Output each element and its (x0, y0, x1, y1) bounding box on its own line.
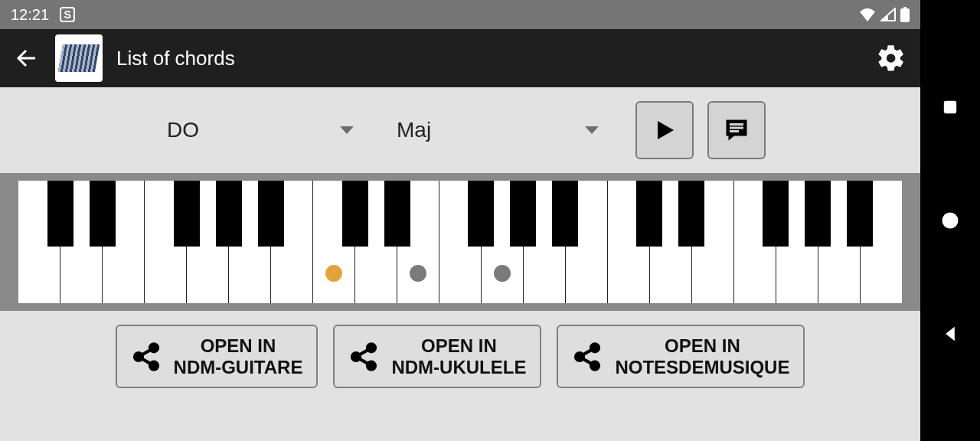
black-key[interactable] (847, 181, 873, 247)
play-button[interactable] (635, 101, 694, 159)
app-indicator-icon: S (60, 7, 75, 22)
svg-point-16 (576, 353, 583, 361)
gear-icon (876, 43, 906, 74)
arrow-left-icon (14, 44, 41, 72)
comment-icon (723, 116, 750, 144)
wifi-icon (859, 8, 876, 21)
svg-rect-0 (900, 8, 910, 22)
svg-line-14 (360, 358, 369, 364)
black-key[interactable] (174, 181, 200, 247)
share-line2: NDM-UKULELE (391, 357, 526, 378)
svg-point-6 (135, 353, 142, 361)
piano[interactable] (18, 181, 902, 303)
note-dropdown[interactable]: DO (153, 111, 368, 149)
page-title: List of chords (116, 47, 862, 70)
share-ndm-guitare-button[interactable]: OPEN INNDM-GUITARE (116, 325, 318, 388)
quality-dropdown[interactable]: Maj (383, 111, 612, 149)
recent-apps-button[interactable] (939, 96, 961, 118)
svg-line-8 (142, 349, 151, 354)
chord-root-dot (325, 265, 342, 282)
svg-point-7 (150, 361, 158, 369)
chord-note-dot (410, 265, 426, 282)
play-icon (651, 116, 678, 144)
svg-rect-20 (944, 101, 956, 113)
back-button[interactable] (14, 44, 41, 72)
status-bar: 12:21 S (0, 0, 920, 29)
svg-point-12 (368, 361, 375, 369)
svg-point-15 (591, 344, 599, 351)
chevron-down-icon (340, 126, 354, 134)
settings-button[interactable] (876, 43, 906, 74)
chevron-down-icon (585, 126, 599, 134)
svg-rect-1 (903, 7, 906, 9)
controls-row: DO Maj (0, 87, 920, 173)
battery-icon (900, 7, 910, 22)
black-key[interactable] (468, 181, 494, 247)
notes-button[interactable] (707, 101, 766, 159)
share-notesdemusique-button[interactable]: OPEN INNOTESDEMUSIQUE (557, 325, 805, 388)
chord-note-dot (494, 265, 511, 282)
black-key[interactable] (47, 181, 74, 247)
black-key[interactable] (258, 181, 284, 247)
black-key[interactable] (552, 181, 578, 247)
black-key[interactable] (763, 181, 789, 247)
svg-point-17 (591, 361, 599, 369)
android-nav-bar (920, 0, 980, 441)
svg-point-10 (368, 344, 375, 351)
svg-line-19 (583, 358, 593, 364)
share-line2: NDM-GUITARE (174, 357, 303, 378)
svg-rect-2 (730, 123, 743, 126)
black-key[interactable] (384, 181, 410, 247)
status-time: 12:21 (11, 6, 49, 24)
share-icon (348, 341, 379, 372)
svg-line-18 (583, 349, 593, 354)
share-icon (572, 341, 603, 372)
svg-point-5 (150, 344, 158, 351)
black-key[interactable] (342, 181, 368, 247)
black-key[interactable] (216, 181, 242, 247)
svg-rect-4 (730, 130, 739, 132)
svg-point-11 (352, 353, 360, 361)
black-key[interactable] (510, 181, 536, 247)
share-line1: OPEN IN (174, 335, 303, 357)
back-nav-button[interactable] (939, 323, 961, 345)
share-line2: NOTESDEMUSIQUE (615, 357, 789, 378)
piano-container (0, 173, 920, 311)
signal-icon (880, 8, 896, 21)
app-icon (55, 34, 103, 82)
share-line1: OPEN IN (391, 335, 526, 357)
svg-line-13 (360, 349, 369, 354)
svg-point-21 (942, 213, 959, 229)
black-key[interactable] (636, 181, 662, 247)
share-ndm-ukulele-button[interactable]: OPEN INNDM-UKULELE (333, 325, 541, 388)
black-key[interactable] (678, 181, 704, 247)
share-row: OPEN INNDM-GUITARE OPEN INNDM-UKULELE OP… (0, 311, 920, 402)
quality-value: Maj (397, 118, 431, 142)
svg-rect-3 (730, 127, 743, 129)
black-key[interactable] (805, 181, 831, 247)
note-value: DO (167, 118, 199, 142)
app-bar: List of chords (0, 29, 920, 87)
svg-line-9 (142, 358, 151, 364)
home-button[interactable] (939, 210, 961, 231)
black-key[interactable] (90, 181, 116, 247)
share-icon (131, 341, 162, 372)
share-line1: OPEN IN (615, 335, 789, 357)
